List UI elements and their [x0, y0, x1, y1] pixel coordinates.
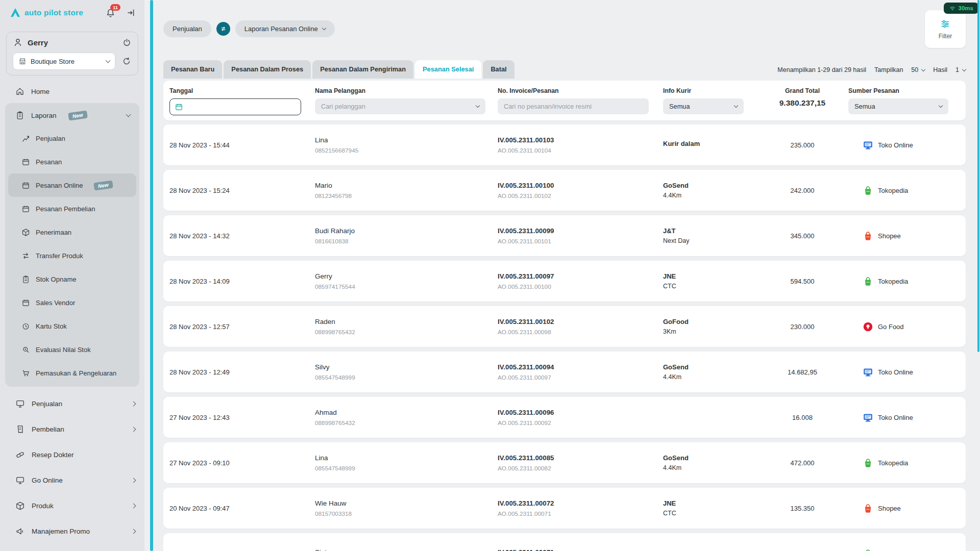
courier-select[interactable]: Semua: [663, 98, 744, 114]
page-size-select[interactable]: 50: [911, 66, 925, 73]
collapse-sidebar-button[interactable]: [126, 8, 136, 18]
nama-label: Nama Pelanggan: [315, 87, 498, 94]
sidebar-subitem-label: Pesanan Pembelian: [36, 205, 95, 213]
page-label: Hasil: [933, 66, 947, 73]
order-customer: Mario 08123456798: [315, 182, 498, 199]
tab[interactable]: Pesanan Selesai: [415, 60, 481, 79]
customer-select-placeholder: Cari pelanggan: [321, 103, 365, 110]
sidebar-item[interactable]: Penjualan: [0, 391, 144, 416]
report-icon: [15, 111, 24, 120]
order-courier: JNE CTC: [663, 272, 756, 290]
invoice-search-input[interactable]: [498, 98, 649, 114]
sidebar-subitem[interactable]: Pesanan: [8, 150, 136, 173]
customer-name: Sinta: [315, 548, 498, 551]
filter-kurir: Info Kurir Semua: [663, 87, 756, 120]
tab[interactable]: Batal: [483, 60, 514, 79]
sidebar-item-label: Produk: [32, 502, 54, 510]
courier-name: J&T: [663, 227, 756, 235]
bag-icon: [863, 276, 873, 287]
order-datetime: 28 Nov 2023 - 12:57: [169, 323, 315, 331]
courier-name: JNE: [663, 499, 756, 507]
table-row[interactable]: 28 Nov 2023 - 14:32 Budi Raharjo 0816610…: [163, 215, 966, 256]
tab[interactable]: Pesanan Dalam Pengiriman: [312, 60, 413, 79]
order-total: 235.000: [756, 141, 848, 149]
order-total: 135.350: [756, 505, 848, 512]
source-label: Tokopedia: [878, 459, 908, 467]
table-row[interactable]: 28 Nov 2023 - 12:49 Silvy 085547548999 I…: [163, 352, 966, 392]
customer-select[interactable]: Cari pelanggan: [315, 98, 485, 114]
chevron-down-icon: [939, 104, 943, 108]
sidebar-subitem[interactable]: Kartu Stok: [8, 314, 136, 338]
table-row[interactable]: 27 Nov 2023 - 12:43 Ahmad 088998765432 I…: [163, 397, 966, 438]
filter-invoice: No. Invoice/Pesanan: [498, 87, 663, 120]
invoice-number: IV.005.2311.00099: [498, 227, 663, 235]
table-row[interactable]: 28 Nov 2023 - 12:57 Raden 088998765432 I…: [163, 306, 966, 347]
sidebar-subitem[interactable]: Evaluasi Nilai Stok: [8, 338, 136, 361]
table-row[interactable]: 28 Nov 2023 - 15:24 Mario 08123456798 IV…: [163, 170, 966, 211]
box-icon: [21, 228, 30, 237]
filter-button[interactable]: Filter: [925, 10, 966, 48]
sidebar-subitem[interactable]: Pemasukan & Pengeluaran: [8, 361, 136, 385]
courier-detail: 3Km: [663, 328, 756, 335]
breadcrumb-penjualan[interactable]: Penjualan: [163, 20, 211, 37]
sidebar-subitem[interactable]: Pesanan Pembelian: [8, 197, 136, 220]
sidebar-subitem[interactable]: Sales Vendor: [8, 291, 136, 314]
table-row[interactable]: Sinta IV.005.2311.00071 Tokopedia: [163, 533, 966, 551]
courier-detail: 4.4Km: [663, 373, 756, 381]
sidebar-subitem[interactable]: Penerimaan: [8, 220, 136, 244]
table-row[interactable]: 20 Nov 2023 - 09:47 Wie Hauw 08157003318…: [163, 488, 966, 529]
order-number: AO.005.2311.00097: [498, 374, 663, 381]
sidebar-subitem[interactable]: Pesanan Online New: [8, 173, 136, 197]
table-row[interactable]: 28 Nov 2023 - 14:09 Gerry 085974175544 I…: [163, 261, 966, 302]
sidebar-item[interactable]: Manajemen Promo: [0, 518, 144, 544]
tab[interactable]: Pesanan Dalam Proses: [224, 60, 311, 79]
invoice-number: IV.005.2311.00094: [498, 363, 663, 371]
sidebar-item[interactable]: Resep Dokter: [0, 442, 144, 467]
sidebar-item-home[interactable]: Home: [0, 81, 144, 102]
order-invoice: IV.005.2311.00097 AO.005.2311.00100: [498, 272, 663, 290]
breadcrumb-laporan-pesanan-online[interactable]: Laporan Pesanan Online: [235, 20, 335, 37]
sidebar-item[interactable]: Produk: [0, 493, 144, 518]
customer-name: Wie Hauw: [315, 499, 498, 507]
latency-badge: 30ms: [944, 3, 978, 14]
date-input[interactable]: [169, 98, 301, 115]
sidebar-subitem-label: Penjualan: [36, 135, 65, 142]
app-logo[interactable]: auto pilot store: [9, 7, 83, 19]
customer-name: Lina: [315, 454, 498, 462]
courier-name: GoFood: [663, 318, 756, 325]
sidebar-item[interactable]: Go Online: [0, 467, 144, 493]
refresh-button[interactable]: [121, 56, 132, 66]
table-row[interactable]: 27 Nov 2023 - 09:10 Lina 085547548999 IV…: [163, 442, 966, 483]
sidebar-subitem[interactable]: Penjualan: [8, 127, 136, 150]
order-customer: Budi Raharjo 0816610838: [315, 227, 498, 245]
order-datetime: 28 Nov 2023 - 14:32: [169, 232, 315, 240]
source-label: Toko Online: [878, 414, 913, 421]
sidebar-subitem[interactable]: Transfer Produk: [8, 244, 136, 267]
order-number: AO.005.2311.00092: [498, 419, 663, 427]
source-label: Go Food: [878, 323, 904, 331]
page-select[interactable]: 1: [955, 66, 966, 73]
sidebar-item[interactable]: Pembelian: [0, 416, 144, 442]
table-row[interactable]: 28 Nov 2023 - 15:44 Lina 0852156687945 I…: [163, 124, 966, 165]
store-row: Boutique Store: [13, 53, 132, 70]
order-datetime: 27 Nov 2023 - 09:10: [169, 459, 315, 467]
swap-icon[interactable]: [216, 22, 230, 36]
store-selector-value: Boutique Store: [31, 58, 75, 65]
tabs-row: Pesanan Baru Pesanan Dalam Proses Pesana…: [163, 60, 966, 79]
order-customer: Wie Hauw 08157003318: [315, 499, 498, 517]
source-select[interactable]: Semua: [848, 98, 948, 114]
scrollbar[interactable]: [977, 0, 979, 352]
notifications-button[interactable]: 11: [105, 8, 116, 18]
customer-name: Raden: [315, 318, 498, 325]
power-button[interactable]: [122, 38, 132, 47]
sidebar-subitem-label: Kartu Stok: [36, 322, 67, 330]
sidebar-subitem[interactable]: Stok Opname: [8, 267, 136, 291]
filter-sumber: Sumber Pesanan Semua: [848, 87, 966, 120]
home-icon: [15, 87, 24, 96]
sidebar-item-label: Laporan: [31, 112, 57, 119]
order-source: Go Food: [848, 321, 966, 332]
sidebar-item-laporan[interactable]: Laporan New: [5, 104, 139, 127]
tab[interactable]: Pesanan Baru: [163, 60, 222, 79]
breadcrumb: Penjualan Laporan Pesanan Online: [163, 20, 335, 37]
store-selector[interactable]: Boutique Store: [13, 53, 115, 70]
